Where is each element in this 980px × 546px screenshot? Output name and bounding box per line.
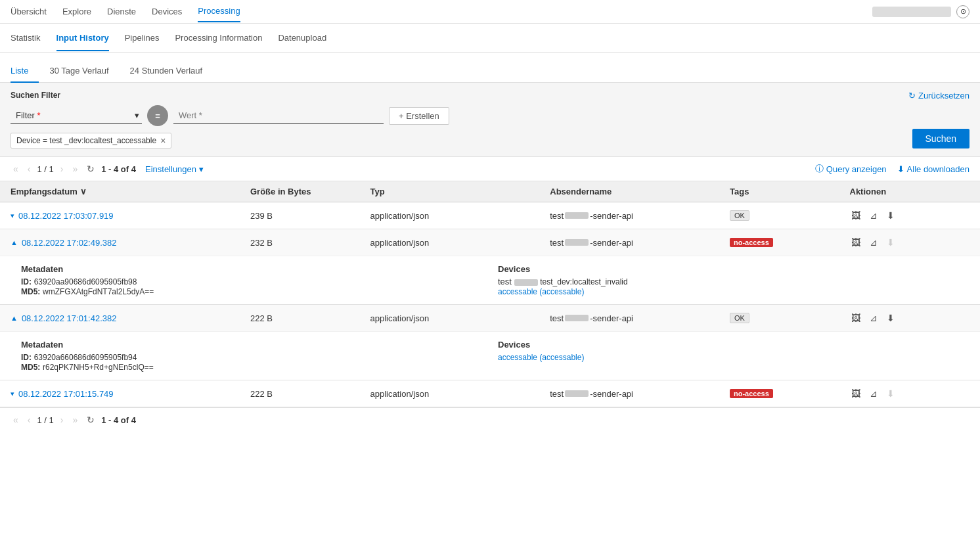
filter-tag-close-icon[interactable]: × <box>160 135 166 146</box>
detail-device-line2: accessable (accessable) <box>498 286 969 296</box>
pagination-next-button[interactable]: › <box>58 162 66 175</box>
cell-tags-4: no-access <box>730 389 850 398</box>
detail-md5-row: MD5: r62qPK7NH5+Rd+gNEn5clQ== <box>21 362 493 372</box>
detail-device-link[interactable]: accessable (accessable) <box>498 287 584 296</box>
detail-device-link[interactable]: accessable (accessable) <box>498 353 584 362</box>
filter-section: Suchen Filter Filter * ▾ = + Erstellen ↻… <box>0 83 980 157</box>
cell-date-2[interactable]: ▲ 08.12.2022 17:02:49.382 <box>11 238 250 248</box>
detail-metadaten-title: Metadaten <box>21 264 493 274</box>
subnav-processing-information[interactable]: Processing Information <box>175 25 262 51</box>
filter-value-input[interactable] <box>173 108 384 124</box>
detail-devices: Devices test test_dev:localtest_invalid … <box>498 264 969 296</box>
col-empfangsdatum[interactable]: Empfangsdatum ∨ <box>11 187 250 196</box>
tab-liste[interactable]: Liste <box>11 60 39 82</box>
pagination-bottom-refresh[interactable]: ↻ <box>84 413 97 426</box>
pagination-bar-top: « ‹ 1 / 1 › » ↻ 1 - 4 of 4 Einstellungen… <box>0 157 980 181</box>
tag-ok-badge: OK <box>730 313 749 323</box>
detail-md5-row: MD5: wmZFGXAtgFdNT7al2L5dyA== <box>21 286 493 296</box>
cell-actions-3: 🖼 ⊿ ⬇ <box>850 311 970 325</box>
tag-ok-badge: OK <box>730 210 749 221</box>
detail-id-label: ID: <box>21 353 32 362</box>
filter-tag-text: Device = test _dev:localtest_accessable <box>16 136 156 145</box>
filter-tags-row: Device = test _dev:localtest_accessable … <box>11 133 969 148</box>
detail-md5-label: MD5: <box>21 363 40 372</box>
cell-type-4: application/json <box>370 389 550 399</box>
action-filter-button[interactable]: ⊿ <box>868 387 879 400</box>
action-view-button[interactable]: 🖼 <box>850 387 862 400</box>
nav-devices[interactable]: Devices <box>152 1 182 22</box>
pagination-bottom-next[interactable]: › <box>58 413 66 426</box>
cell-type-1: application/json <box>370 211 550 221</box>
subnav-pipelines[interactable]: Pipelines <box>125 25 160 51</box>
filter-label-text: Filter * <box>16 110 41 120</box>
subnav-datenupload[interactable]: Datenupload <box>278 25 326 51</box>
sender-blur <box>565 390 589 397</box>
query-anzeigen-button[interactable]: ⓘ Query anzeigen <box>815 163 887 175</box>
nav-dienste[interactable]: Dienste <box>107 1 136 22</box>
subnav-statistik[interactable]: Statistik <box>11 25 41 51</box>
expand-icon[interactable]: ▲ <box>11 314 18 322</box>
user-avatar-icon[interactable]: ⊙ <box>956 5 969 18</box>
action-view-button[interactable]: 🖼 <box>850 311 862 325</box>
pagination-first-button[interactable]: « <box>11 162 21 175</box>
pagination-bottom-first[interactable]: « <box>11 413 21 426</box>
pagination-last-button[interactable]: » <box>70 162 80 175</box>
table-row-detail-2: Metadaten ID: 63920aa90686d6095905fb98 M… <box>0 256 980 304</box>
action-filter-button[interactable]: ⊿ <box>868 209 879 222</box>
detail-device-line2: accessable (accessable) <box>498 352 969 362</box>
settings-chevron-icon: ▾ <box>199 164 204 174</box>
top-nav-right: ⊙ <box>872 5 969 18</box>
table-row: ▲ 08.12.2022 17:02:49.382 232 B applicat… <box>0 229 980 305</box>
filter-select[interactable]: Filter * ▾ <box>11 108 142 124</box>
action-download-button[interactable]: ⬇ <box>885 311 896 325</box>
detail-devices: Devices accessable (accessable) <box>498 340 969 372</box>
action-download-button[interactable]: ⬇ <box>885 236 896 249</box>
filter-chevron-icon: ▾ <box>135 110 139 120</box>
collapse-icon[interactable]: ▾ <box>11 390 14 398</box>
nav-explore[interactable]: Explore <box>62 1 91 22</box>
collapse-icon[interactable]: ▾ <box>11 212 14 220</box>
subnav-input-history[interactable]: Input History <box>56 25 109 51</box>
pagination-bottom-prev[interactable]: ‹ <box>25 413 33 426</box>
alle-downloaden-button[interactable]: ⬇ Alle downloaden <box>897 164 969 174</box>
user-placeholder <box>872 7 951 17</box>
cell-date-3[interactable]: ▲ 08.12.2022 17:01:42.382 <box>11 313 250 323</box>
pagination-refresh-button[interactable]: ↻ <box>84 162 97 175</box>
col-aktionen: Aktionen <box>850 187 970 196</box>
cell-date-1[interactable]: ▾ 08.12.2022 17:03:07.919 <box>11 211 250 221</box>
pagination-prev-button[interactable]: ‹ <box>25 162 33 175</box>
col-groesse: Größe in Bytes <box>250 187 370 196</box>
table-row: ▾ 08.12.2022 17:03:07.919 239 B applicat… <box>0 202 980 229</box>
cell-date-4[interactable]: ▾ 08.12.2022 17:01:15.749 <box>11 389 250 399</box>
cell-sender-3: test -sender-api <box>550 313 730 323</box>
detail-metadaten: Metadaten ID: 63920a660686d6095905fb94 M… <box>21 340 493 372</box>
filter-create-button[interactable]: + Erstellen <box>389 107 449 125</box>
tab-30-tage[interactable]: 30 Tage Verlauf <box>49 60 119 82</box>
action-download-button[interactable]: ⬇ <box>885 387 896 400</box>
expand-icon[interactable]: ▲ <box>11 239 18 246</box>
tag-no-access-badge: no-access <box>730 389 773 398</box>
action-filter-button[interactable]: ⊿ <box>868 311 879 325</box>
pagination-bottom-last[interactable]: » <box>70 413 80 426</box>
action-view-button[interactable]: 🖼 <box>850 209 862 222</box>
nav-processing[interactable]: Processing <box>198 1 240 22</box>
search-button[interactable]: Suchen <box>912 129 969 148</box>
action-download-button[interactable]: ⬇ <box>885 209 896 222</box>
filter-tag-device: Device = test _dev:localtest_accessable … <box>11 133 171 148</box>
detail-id-row: ID: 63920aa90686d6095905fb98 <box>21 277 493 286</box>
table-row-main-expanded: ▲ 08.12.2022 17:02:49.382 232 B applicat… <box>0 229 980 256</box>
sender-blur <box>565 239 589 246</box>
pagination-page: 1 / 1 <box>37 164 53 174</box>
detail-md5-val: wmZFGXAtgFdNT7al2L5dyA== <box>43 287 154 296</box>
filter-row: Filter * ▾ = + Erstellen <box>11 105 969 126</box>
filter-equals-operator: = <box>147 105 168 126</box>
pagination-settings[interactable]: Einstellungen ▾ <box>145 164 204 174</box>
action-view-button[interactable]: 🖼 <box>850 236 862 249</box>
action-filter-button[interactable]: ⊿ <box>868 236 879 249</box>
cell-actions-2: 🖼 ⊿ ⬇ <box>850 236 970 249</box>
nav-ubersicht[interactable]: Übersicht <box>11 1 47 22</box>
cell-type-3: application/json <box>370 313 550 323</box>
detail-device-line1: test test_dev:localtest_invalid <box>498 277 969 286</box>
tab-24-stunden[interactable]: 24 Stunden Verlauf <box>130 60 213 82</box>
filter-reset-button[interactable]: ↻ Zurücksetzen <box>908 91 969 101</box>
